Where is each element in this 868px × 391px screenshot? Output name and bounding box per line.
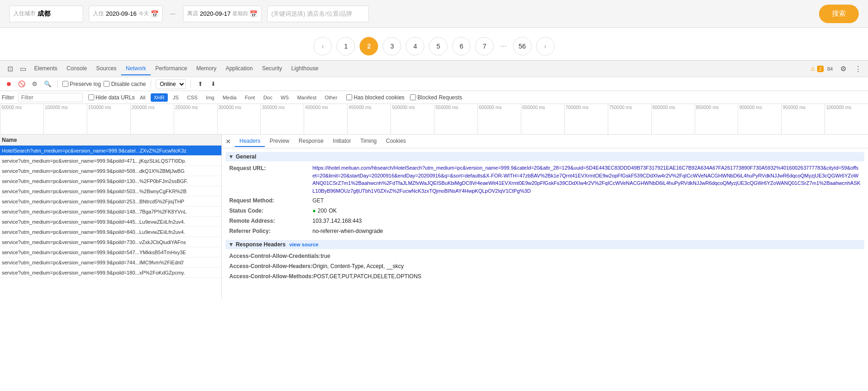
download-icon[interactable]: ⬇ (208, 79, 219, 89)
preserve-log-checkbox[interactable] (62, 81, 68, 87)
hide-data-urls-checkbox[interactable] (88, 94, 94, 100)
more-icon[interactable]: ⋮ (851, 62, 864, 75)
table-row[interactable]: service?utm_medium=pc&version_name=999.9… (0, 268, 221, 278)
next-page-btn[interactable]: › (536, 37, 555, 55)
tab-performance[interactable]: Performance (151, 62, 192, 75)
upload-icon[interactable]: ⬆ (196, 79, 206, 89)
preserve-log-label[interactable]: Preserve log (62, 81, 101, 87)
checkin-calendar-icon[interactable]: 📅 (151, 10, 159, 18)
table-row[interactable]: service?utm_medium=pc&version_name=999.9… (0, 186, 221, 196)
response-headers-label: Response Headers (236, 241, 286, 248)
search-icon[interactable]: 🔍 (43, 79, 53, 89)
request-name-11: service?utm_medium=pc&version_name=999.9… (2, 260, 220, 265)
details-tab-preview[interactable]: Preview (265, 136, 294, 147)
request-name-1: service?utm_medium=pc&version_name=999.9… (2, 158, 220, 164)
table-row[interactable]: service?utm_medium=pc&version_name=999.9… (0, 196, 221, 207)
throttle-select[interactable]: Online (156, 79, 186, 89)
page-btn-7[interactable]: 7 (475, 37, 494, 55)
general-section-header[interactable]: ▼ General (226, 152, 864, 161)
filter-ws-btn[interactable]: WS (277, 93, 292, 102)
page-btn-5[interactable]: 5 (429, 37, 447, 55)
error-badge: 84 (825, 66, 835, 72)
checkout-date-field[interactable]: 离店 2020-09-17 星期四 📅 (183, 6, 262, 22)
table-row[interactable]: service?utm_medium=pc&version_name=999.9… (0, 217, 221, 227)
disable-cache-label[interactable]: Disable cache (104, 81, 146, 87)
page-btn-6[interactable]: 6 (452, 37, 471, 55)
page-btn-2[interactable]: 2 (360, 37, 378, 55)
view-source-link[interactable]: view source (289, 242, 318, 247)
table-row[interactable]: service?utm_medium=pc&version_name=999.9… (0, 257, 221, 268)
details-tab-response[interactable]: Response (294, 136, 328, 147)
checkout-calendar-icon[interactable]: 📅 (250, 10, 257, 18)
filter-xhr-btn[interactable]: XHR (151, 93, 168, 102)
details-tab-headers[interactable]: Headers (235, 136, 265, 147)
filter-font-btn[interactable]: Font (242, 93, 258, 102)
table-row[interactable]: service?utm_medium=pc&version_name=999.9… (0, 176, 221, 186)
request-list[interactable]: Name HotelSearch?utm_medium=pc&version_n… (0, 134, 222, 299)
filter-all-btn[interactable]: All (136, 93, 148, 102)
table-row[interactable]: service?utm_medium=pc&version_name=999.9… (0, 207, 221, 217)
table-row[interactable]: HotelSearch?utm_medium=pc&version_name=9… (0, 146, 221, 156)
request-name-6: service?utm_medium=pc&version_name=999.9… (2, 209, 220, 214)
details-tab-timing[interactable]: Timing (355, 136, 381, 147)
clear-icon[interactable]: 🚫 (17, 79, 27, 89)
page-btn-1[interactable]: 1 (336, 37, 355, 55)
filter-media-btn[interactable]: Media (220, 93, 240, 102)
tab-sources[interactable]: Sources (92, 62, 121, 75)
page-btn-56[interactable]: 56 (513, 37, 532, 55)
checkin-date-field[interactable]: 入住 2020-09-16 今天 📅 (89, 6, 163, 22)
settings-icon[interactable]: ⚙ (837, 62, 850, 75)
tab-elements[interactable]: Elements (30, 62, 62, 75)
response-headers-section-header[interactable]: ▼ Response Headers view source (226, 240, 864, 249)
filter-css-btn[interactable]: CSS (184, 93, 201, 102)
request-name-5: service?utm_medium=pc&version_name=999.9… (2, 199, 220, 204)
inspect-icon[interactable]: ⊡ (4, 62, 17, 75)
filter-js-btn[interactable]: JS (170, 93, 182, 102)
table-row[interactable]: service?utm_medium=pc&version_name=999.9… (0, 156, 221, 166)
tick-15: 800000 ms (651, 104, 695, 134)
page-btn-4[interactable]: 4 (406, 37, 424, 55)
blocked-requests-label[interactable]: Blocked Requests (410, 94, 462, 101)
record-icon[interactable]: ⏺ (4, 79, 14, 89)
tick-0: 50000 ms (0, 104, 43, 134)
has-blocked-label[interactable]: Has blocked cookies (346, 94, 404, 101)
has-blocked-checkbox[interactable] (346, 94, 352, 100)
filter-input[interactable] (18, 93, 83, 102)
checkin-city-input[interactable] (37, 10, 65, 18)
access-methods-val: POST,GET,PUT,PATCH,DELETE,OPTIONS (313, 272, 861, 281)
tab-application[interactable]: Application (221, 62, 257, 75)
checkout-date-value: 2020-09-17 (200, 10, 231, 17)
blocked-requests-checkbox[interactable] (410, 94, 416, 100)
filter-img-btn[interactable]: Img (202, 93, 217, 102)
checkout-label: 离店 (187, 10, 198, 18)
tab-lighthouse[interactable]: Lighthouse (287, 62, 323, 75)
filter-doc-btn[interactable]: Doc (260, 93, 276, 102)
remote-address-row: Remote Address: 103.37.142.168:443 (226, 216, 864, 226)
keyword-field[interactable]: (关键词选填) 酒店名/位置/品牌 (267, 6, 369, 22)
details-tab-initiator[interactable]: Initiator (328, 136, 355, 147)
table-row[interactable]: service?utm_medium=pc&version_name=999.9… (0, 247, 221, 257)
filter-other-btn[interactable]: Other (322, 93, 341, 102)
status-indicator: ● (312, 207, 316, 215)
tab-console[interactable]: Console (62, 62, 92, 75)
request-url-key: Request URL: (229, 164, 312, 195)
checkin-city-field[interactable]: 入住城市 (9, 6, 83, 22)
tick-1: 100000 ms (43, 104, 87, 134)
tab-memory[interactable]: Memory (192, 62, 221, 75)
details-tab-cookies[interactable]: Cookies (381, 136, 410, 147)
tab-network[interactable]: Network (121, 62, 151, 75)
hide-data-urls-label[interactable]: Hide data URLs (88, 94, 135, 101)
search-button[interactable]: 搜索 (819, 5, 859, 23)
devtools-panel: ⊡ ▭ Elements Console Sources Network Per… (0, 60, 868, 299)
tab-security[interactable]: Security (257, 62, 287, 75)
table-row[interactable]: service?utm_medium=pc&version_name=999.9… (0, 237, 221, 247)
page-btn-3[interactable]: 3 (383, 37, 401, 55)
device-icon[interactable]: ▭ (17, 62, 30, 75)
table-row[interactable]: service?utm_medium=pc&version_name=999.9… (0, 227, 221, 237)
filter-manifest-btn[interactable]: Manifest (294, 93, 320, 102)
disable-cache-checkbox[interactable] (104, 81, 110, 87)
close-details-btn[interactable]: ✕ (224, 137, 233, 146)
table-row[interactable]: service?utm_medium=pc&version_name=999.9… (0, 166, 221, 176)
prev-page-btn[interactable]: ‹ (313, 37, 332, 55)
filter-icon[interactable]: ⚙ (30, 79, 40, 89)
